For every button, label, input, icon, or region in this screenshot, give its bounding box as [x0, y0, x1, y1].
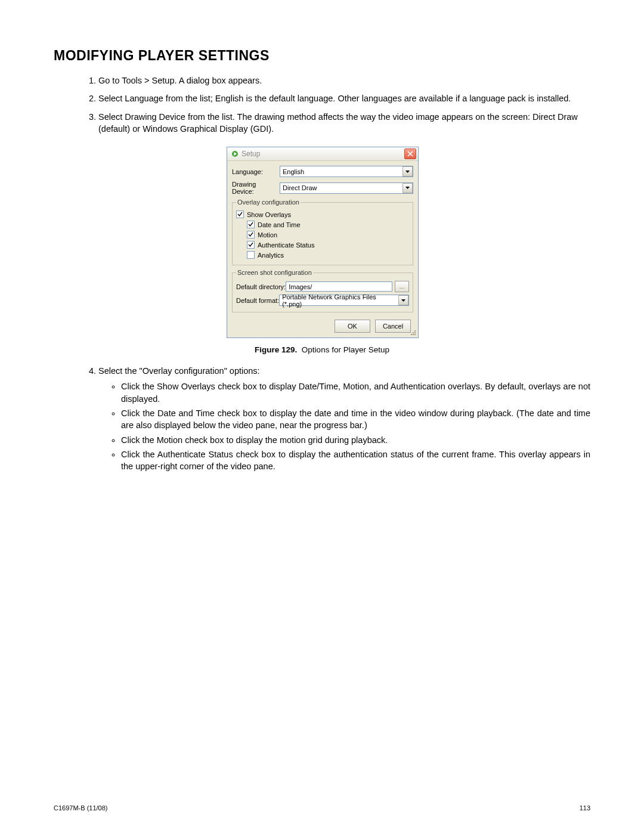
bullet-motion: Click the Motion check box to display th… [121, 434, 590, 446]
chevron-down-icon [402, 166, 413, 176]
overlay-legend: Overlay configuration [236, 199, 301, 206]
checkbox-icon [247, 251, 255, 259]
figure-container: Setup Language: English Drawing Device: [227, 147, 417, 354]
chevron-down-icon [398, 295, 408, 305]
footer-page-number: 113 [580, 804, 590, 812]
figure-caption: Figure 129. Options for Player Setup [227, 345, 417, 354]
step-3: Select Drawing Device from the list. The… [98, 111, 590, 135]
auth-status-checkbox[interactable]: Authenticate Status [247, 241, 409, 249]
show-overlays-label: Show Overlays [247, 211, 291, 218]
screenshot-legend: Screen shot configuration [236, 269, 313, 276]
motion-label: Motion [258, 231, 277, 239]
drawing-device-value: Direct Draw [280, 184, 402, 191]
close-icon [407, 151, 413, 157]
dialog-titlebar: Setup [227, 147, 418, 161]
section-heading: MODIFYING PLAYER SETTINGS [54, 48, 590, 64]
screenshot-config-group: Screen shot configuration Default direct… [232, 269, 413, 312]
svg-rect-8 [413, 332, 414, 333]
step-4: Select the "Overlay configuration" optio… [98, 365, 590, 472]
default-format-value: Portable Network Graphics Files (*.png) [280, 293, 398, 308]
page-footer: C1697M-B (11/08) 113 [54, 804, 590, 812]
checkbox-icon [236, 210, 244, 218]
close-button[interactable] [404, 148, 416, 159]
default-format-combo[interactable]: Portable Network Graphics Files (*.png) [279, 295, 409, 306]
bullet-date-time: Click the Date and Time check box to dis… [121, 407, 590, 432]
default-format-label: Default format: [236, 297, 279, 304]
default-dir-label: Default directory: [236, 283, 286, 290]
checkbox-icon [247, 221, 255, 228]
svg-rect-9 [414, 332, 416, 333]
date-time-label: Date and Time [258, 221, 301, 228]
show-overlays-checkbox[interactable]: Show Overlays [236, 210, 409, 218]
bullet-auth-status: Click the Authenticate Status check box … [121, 448, 590, 473]
figure-label: Figure 129. [255, 345, 297, 354]
drawing-device-label: Drawing Device: [232, 181, 280, 195]
date-time-checkbox[interactable]: Date and Time [247, 221, 409, 228]
dialog-title-text: Setup [242, 150, 260, 158]
figure-caption-text: Options for Player Setup [302, 345, 389, 354]
browse-button[interactable]: ... [395, 281, 409, 292]
resize-grip-icon[interactable] [410, 329, 417, 336]
checkbox-icon [247, 231, 255, 239]
language-combo[interactable]: English [280, 166, 413, 177]
auth-status-label: Authenticate Status [258, 241, 314, 249]
svg-marker-6 [401, 299, 405, 302]
setup-dialog: Setup Language: English Drawing Device: [227, 147, 419, 338]
svg-marker-4 [405, 171, 410, 173]
dialog-body: Language: English Drawing Device: Direct… [227, 161, 418, 337]
steps-list: Go to Tools > Setup. A dialog box appear… [54, 75, 590, 135]
chevron-down-icon [402, 183, 413, 193]
svg-rect-11 [413, 334, 414, 335]
svg-rect-12 [414, 334, 416, 335]
step-1: Go to Tools > Setup. A dialog box appear… [98, 75, 590, 86]
checkbox-icon [247, 241, 255, 249]
step-4-text: Select the "Overlay configuration" optio… [98, 366, 260, 376]
svg-rect-7 [414, 330, 416, 332]
steps-list-cont: Select the "Overlay configuration" optio… [54, 365, 590, 472]
svg-marker-5 [405, 187, 410, 189]
analytics-label: Analytics [258, 252, 284, 259]
overlay-config-group: Overlay configuration Show Overlays Date… [232, 199, 413, 265]
language-label: Language: [232, 168, 280, 175]
step-2: Select Language from the list; English i… [98, 92, 590, 104]
footer-doc-id: C1697M-B (11/08) [54, 804, 108, 812]
language-value: English [280, 168, 402, 175]
svg-rect-10 [411, 334, 412, 335]
default-dir-input[interactable] [286, 281, 392, 292]
ok-button[interactable]: OK [335, 320, 370, 333]
app-icon [231, 150, 239, 158]
analytics-checkbox[interactable]: Analytics [247, 251, 409, 259]
overlay-options-list: Click the Show Overlays check box to dis… [98, 380, 590, 472]
cancel-button[interactable]: Cancel [375, 320, 411, 333]
drawing-device-combo[interactable]: Direct Draw [280, 182, 413, 194]
motion-checkbox[interactable]: Motion [247, 231, 409, 239]
bullet-show-overlays: Click the Show Overlays check box to dis… [121, 380, 590, 405]
